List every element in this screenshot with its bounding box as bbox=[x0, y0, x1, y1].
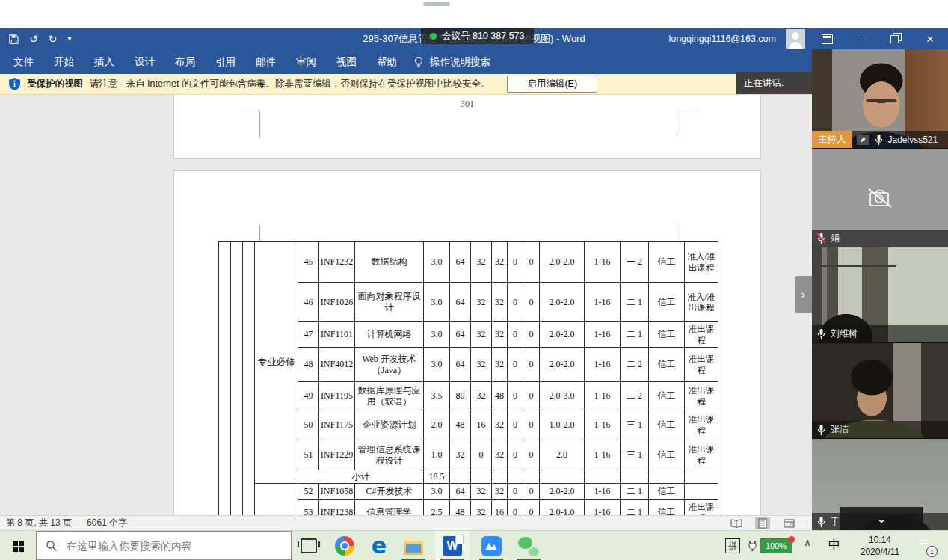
table-cell: 3.0 bbox=[424, 322, 450, 348]
mic-icon bbox=[816, 424, 826, 436]
tab-help[interactable]: 帮助 bbox=[377, 55, 397, 69]
taskbar-meeting-app[interactable] bbox=[474, 531, 508, 560]
search-input[interactable] bbox=[65, 539, 262, 553]
table-cell bbox=[508, 470, 523, 484]
margin-mark bbox=[240, 111, 260, 137]
table-cell: 16 bbox=[471, 410, 492, 440]
restore-button[interactable] bbox=[878, 28, 911, 49]
input-language-button[interactable]: 中 bbox=[828, 538, 840, 553]
taskbar-edge[interactable]: e bbox=[362, 531, 396, 560]
table-cell: 2.0-2.0 bbox=[540, 322, 585, 348]
participant-tile[interactable]: 刘维树 bbox=[812, 247, 948, 343]
table-cell: 准出课程 bbox=[685, 500, 718, 516]
table-cell: 信息管理学 bbox=[355, 500, 424, 516]
tab-insert[interactable]: 插入 bbox=[94, 55, 114, 69]
print-layout-button[interactable] bbox=[755, 517, 770, 529]
account-avatar[interactable] bbox=[786, 29, 805, 49]
table-cell: 32 bbox=[492, 242, 508, 283]
taskbar-word[interactable]: W bbox=[435, 531, 470, 560]
customize-qat-icon[interactable]: ▾ bbox=[67, 28, 71, 49]
taskbar-search[interactable] bbox=[36, 531, 292, 560]
table-cell: 企业资源计划 bbox=[355, 410, 424, 440]
desktop-top-strip bbox=[0, 0, 948, 28]
ribbon-display-options-button[interactable] bbox=[810, 28, 843, 49]
margin-mark bbox=[677, 111, 697, 137]
table-cell bbox=[471, 470, 492, 484]
table-cell: 三 1 bbox=[621, 410, 649, 440]
table-cell: 准入/准出课程 bbox=[685, 283, 718, 322]
battery-percent: 100% bbox=[760, 538, 792, 553]
table-cell: 2.0-1.0 bbox=[540, 500, 585, 516]
start-button[interactable] bbox=[0, 531, 36, 560]
enable-editing-button[interactable]: 启用编辑(E) bbox=[507, 76, 597, 93]
battery-indicator[interactable]: 100% bbox=[748, 538, 792, 553]
battery-alert-dot bbox=[788, 536, 795, 543]
sidebar-collapse-handle[interactable]: › bbox=[795, 276, 812, 313]
table-cell: 32 bbox=[492, 410, 508, 440]
table-cell: 信工 bbox=[649, 382, 685, 410]
redo-icon[interactable]: ↻ bbox=[49, 28, 58, 49]
table-cell: 1.0-2.0 bbox=[540, 410, 585, 440]
participant-name: 于 bbox=[831, 515, 840, 528]
table-cell: 2.5 bbox=[424, 500, 450, 516]
tab-design[interactable]: 设计 bbox=[135, 55, 155, 69]
taskbar: e W 拼 100% ∧ 中 10:14 2020/4/11 1 bbox=[0, 530, 948, 560]
read-mode-button[interactable] bbox=[729, 517, 744, 529]
participant-tile[interactable]: 主持人 ⬈ Jadelvss521 bbox=[812, 49, 948, 149]
table-cell: 32 bbox=[471, 500, 492, 516]
ime-mode-badge[interactable]: 拼 bbox=[725, 538, 740, 553]
page-info[interactable]: 第 8 页, 共 13 页 bbox=[6, 517, 72, 529]
taskbar-wechat[interactable] bbox=[511, 531, 546, 560]
table-cell bbox=[685, 484, 718, 500]
read-mode-icon bbox=[730, 519, 742, 528]
table-cell: 64 bbox=[450, 484, 471, 500]
account-email[interactable]: longqingqi1116@163.com bbox=[668, 28, 776, 49]
taskbar-chrome[interactable] bbox=[327, 531, 362, 560]
curriculum-table: 专业必修45INF1232数据结构3.0643232002.0-2.01-16一… bbox=[218, 241, 718, 515]
table-row: 52INF1058C#开发技术3.0643232002.0-2.01-16二 1… bbox=[219, 484, 718, 500]
table-cell: 0 bbox=[523, 484, 540, 500]
tab-mailings[interactable]: 邮件 bbox=[256, 55, 276, 69]
table-cell: 0 bbox=[523, 500, 540, 516]
tab-references[interactable]: 引用 bbox=[215, 55, 236, 69]
table-cell: 信工 bbox=[649, 500, 685, 516]
tab-layout[interactable]: 布局 bbox=[175, 55, 195, 69]
tab-file[interactable]: 文件 bbox=[13, 55, 34, 69]
meeting-bar-handle[interactable] bbox=[423, 2, 450, 6]
table-cell: 32 bbox=[471, 484, 492, 500]
table-cell bbox=[523, 470, 540, 484]
table-cell: 3.5 bbox=[424, 382, 450, 410]
participant-tile[interactable]: 娟 bbox=[812, 149, 948, 247]
search-icon bbox=[46, 540, 58, 552]
tab-home[interactable]: 开始 bbox=[54, 55, 74, 69]
table-cell: 3.0 bbox=[424, 283, 450, 322]
minimize-button[interactable]: — bbox=[845, 28, 878, 49]
document-page-previous: 301 bbox=[173, 95, 761, 159]
notification-center-button[interactable]: 1 bbox=[917, 537, 936, 555]
undo-icon[interactable]: ↺ bbox=[29, 28, 38, 49]
tell-me-search[interactable]: 操作说明搜索 bbox=[413, 55, 490, 69]
close-button[interactable]: ✕ bbox=[914, 28, 947, 49]
web-layout-button[interactable] bbox=[781, 517, 796, 529]
word-count[interactable]: 6061 个字 bbox=[87, 517, 127, 529]
notification-count-badge: 1 bbox=[926, 546, 938, 557]
table-cell: 64 bbox=[450, 348, 471, 382]
taskbar-file-explorer[interactable] bbox=[396, 531, 431, 560]
table-row: 专业必修45INF1232数据结构3.0643232002.0-2.01-16一… bbox=[219, 242, 718, 283]
task-view-button[interactable] bbox=[292, 531, 326, 560]
table-cell: 三 1 bbox=[621, 440, 649, 470]
table-cell bbox=[585, 470, 621, 484]
tab-view[interactable]: 视图 bbox=[336, 55, 357, 69]
table-cell: 1-16 bbox=[585, 242, 621, 283]
save-icon[interactable] bbox=[9, 34, 19, 44]
table-cell: 0 bbox=[523, 348, 540, 382]
clock[interactable]: 10:14 2020/4/11 bbox=[852, 535, 908, 558]
meeting-number-bar[interactable]: 会议号 810 387 573 bbox=[421, 28, 534, 44]
hidden-icons-button[interactable]: ∧ bbox=[800, 537, 815, 548]
collapse-videos-button[interactable]: ⌄ bbox=[840, 507, 923, 530]
edge-icon: e bbox=[372, 536, 387, 556]
margin-mark bbox=[677, 225, 697, 241]
participant-tile[interactable]: 张洁 bbox=[812, 343, 948, 439]
table-cell: 二 2 bbox=[621, 348, 649, 382]
tab-review[interactable]: 审阅 bbox=[296, 55, 316, 69]
